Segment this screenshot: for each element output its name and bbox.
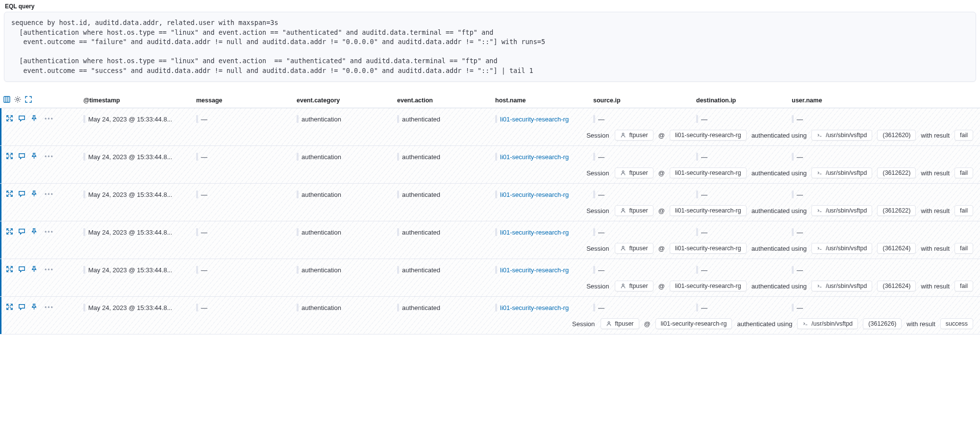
col-timestamp[interactable]: @timestamp	[83, 97, 196, 104]
more-icon[interactable]: •••	[43, 153, 56, 160]
session-user-chip[interactable]: ftpuser	[601, 318, 639, 329]
columns-icon[interactable]	[3, 95, 11, 105]
session-host-chip[interactable]: li01-security-research-rg	[670, 281, 747, 291]
session-line: Sessionftpuser@li01-security-research-rg…	[0, 127, 980, 145]
col-destip[interactable]: destination.ip	[696, 97, 792, 104]
session-line: Sessionftpuser@li01-security-research-rg…	[0, 240, 980, 259]
session-host-chip[interactable]: li01-security-research-rg	[670, 167, 747, 178]
cell-host[interactable]: li01-security-research-rg	[495, 304, 593, 311]
more-icon[interactable]: •••	[43, 266, 56, 273]
table-row[interactable]: •••May 24, 2023 @ 15:33:44.8...—authenti…	[0, 108, 980, 146]
session-user-chip[interactable]: ftpuser	[615, 281, 653, 291]
session-pid-chip[interactable]: (3612620)	[877, 130, 916, 141]
session-host-chip[interactable]: li01-security-research-rg	[670, 130, 747, 141]
pin-icon[interactable]	[30, 115, 38, 123]
session-pid-chip[interactable]: (3612626)	[863, 318, 902, 329]
pin-icon[interactable]	[30, 303, 38, 312]
col-sourceip[interactable]: source.ip	[593, 97, 696, 104]
comment-icon[interactable]	[18, 303, 25, 312]
session-withresult: with result	[921, 169, 950, 177]
more-icon[interactable]: •••	[43, 191, 56, 198]
cell-host[interactable]: li01-security-research-rg	[495, 115, 593, 123]
session-result-chip[interactable]: fail	[955, 243, 973, 254]
cell-user: —	[792, 266, 880, 274]
session-auth-text: authenticated using	[752, 207, 807, 214]
session-at: @	[658, 283, 665, 290]
session-result-chip[interactable]: fail	[955, 167, 973, 178]
session-binary-chip[interactable]: /usr/sbin/vsftpd	[811, 205, 872, 216]
cell-host[interactable]: li01-security-research-rg	[495, 191, 593, 198]
session-host-chip[interactable]: li01-security-research-rg	[655, 318, 732, 329]
pin-icon[interactable]	[30, 228, 38, 237]
expand-icon[interactable]	[6, 152, 13, 161]
session-label: Session	[586, 245, 609, 252]
expand-icon[interactable]	[6, 265, 13, 274]
fullscreen-icon[interactable]	[25, 95, 32, 105]
session-binary-chip[interactable]: /usr/sbin/vsftpd	[811, 167, 872, 178]
cell-category: authentication	[297, 304, 397, 311]
session-user-chip[interactable]: ftpuser	[615, 205, 653, 216]
more-icon[interactable]: •••	[43, 116, 56, 122]
table-row[interactable]: •••May 24, 2023 @ 15:33:44.8...—authenti…	[0, 221, 980, 259]
expand-icon[interactable]	[6, 115, 13, 123]
table-row[interactable]: •••May 24, 2023 @ 15:33:44.8...—authenti…	[0, 184, 980, 221]
pin-icon[interactable]	[30, 265, 38, 274]
comment-icon[interactable]	[18, 115, 25, 123]
cell-host[interactable]: li01-security-research-rg	[495, 153, 593, 161]
comment-icon[interactable]	[18, 265, 25, 274]
cell-category: authentication	[297, 115, 397, 123]
session-user-chip[interactable]: ftpuser	[615, 130, 653, 141]
session-host-chip[interactable]: li01-security-research-rg	[670, 243, 747, 254]
more-icon[interactable]: •••	[43, 229, 56, 236]
col-action[interactable]: event.action	[397, 97, 495, 104]
session-pid-chip[interactable]: (3612624)	[877, 281, 916, 291]
pin-icon[interactable]	[30, 190, 38, 199]
session-user-chip[interactable]: ftpuser	[615, 243, 653, 254]
session-at: @	[658, 245, 665, 252]
cell-timestamp: May 24, 2023 @ 15:33:44.8...	[83, 153, 196, 161]
eql-query-text[interactable]: sequence by host.id, auditd.data.addr, r…	[4, 12, 976, 82]
table-header-row: @timestamp message event.category event.…	[0, 93, 980, 108]
session-binary-chip[interactable]: /usr/sbin/vsftpd	[797, 318, 858, 329]
table-row[interactable]: •••May 24, 2023 @ 15:33:44.8...—authenti…	[0, 146, 980, 184]
session-pid-chip[interactable]: (3612622)	[877, 205, 916, 216]
session-result-chip[interactable]: fail	[955, 205, 973, 216]
comment-icon[interactable]	[18, 190, 25, 199]
session-binary-chip[interactable]: /usr/sbin/vsftpd	[811, 130, 872, 141]
col-message[interactable]: message	[196, 97, 297, 104]
cell-host[interactable]: li01-security-research-rg	[495, 266, 593, 274]
session-line: Sessionftpuser@li01-security-research-rg…	[0, 202, 980, 221]
expand-icon[interactable]	[6, 228, 13, 237]
comment-icon[interactable]	[18, 152, 25, 161]
cell-category: authentication	[297, 153, 397, 161]
session-binary-chip[interactable]: /usr/sbin/vsftpd	[811, 281, 872, 291]
pin-icon[interactable]	[30, 152, 38, 161]
session-pid-chip[interactable]: (3612622)	[877, 167, 916, 178]
session-result-chip[interactable]: fail	[955, 281, 973, 291]
session-at: @	[658, 169, 665, 177]
session-label: Session	[586, 283, 609, 290]
session-result-chip[interactable]: success	[940, 318, 973, 329]
col-host[interactable]: host.name	[495, 97, 593, 104]
cell-user: —	[792, 191, 880, 198]
session-pid-chip[interactable]: (3612624)	[877, 243, 916, 254]
col-user[interactable]: user.name	[792, 97, 880, 104]
expand-icon[interactable]	[6, 303, 13, 312]
cell-host[interactable]: li01-security-research-rg	[495, 228, 593, 236]
more-icon[interactable]: •••	[43, 304, 56, 311]
cell-sourceip: —	[593, 153, 696, 161]
gear-icon[interactable]	[14, 95, 22, 105]
session-user-chip[interactable]: ftpuser	[615, 167, 653, 178]
session-result-chip[interactable]: fail	[955, 130, 973, 141]
table-row[interactable]: •••May 24, 2023 @ 15:33:44.8...—authenti…	[0, 259, 980, 297]
session-at: @	[658, 207, 665, 214]
session-binary-chip[interactable]: /usr/sbin/vsftpd	[811, 243, 872, 254]
col-category[interactable]: event.category	[297, 97, 397, 104]
table-row[interactable]: •••May 24, 2023 @ 15:33:44.8...—authenti…	[0, 297, 980, 334]
svg-point-7	[623, 171, 625, 173]
session-host-chip[interactable]: li01-security-research-rg	[670, 205, 747, 216]
comment-icon[interactable]	[18, 228, 25, 237]
cell-sourceip: —	[593, 115, 696, 123]
expand-icon[interactable]	[6, 190, 13, 199]
session-at: @	[658, 132, 665, 139]
